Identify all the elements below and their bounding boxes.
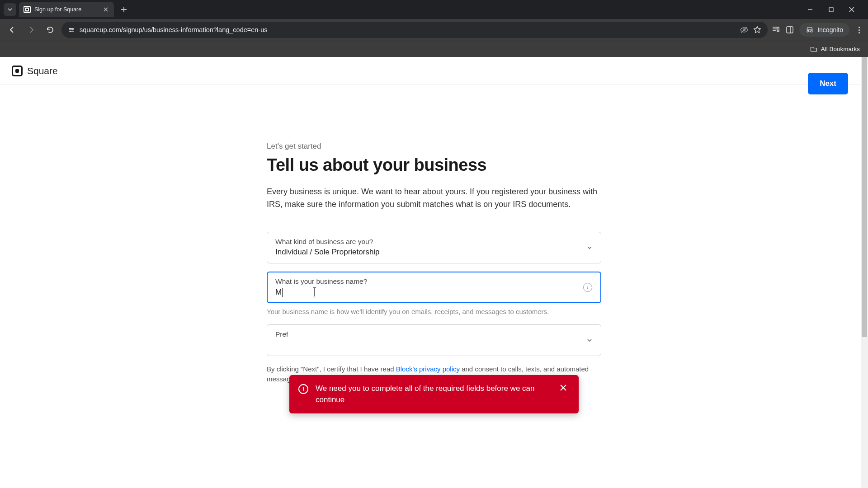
back-button[interactable] [5,22,20,38]
error-close-button[interactable] [557,383,570,392]
form-area: Let's get started Tell us about your bus… [267,85,601,385]
text-cursor [282,288,283,297]
business-type-label: What kind of business are you? [275,238,593,246]
browser-chrome: Sign up for Square squareup.com/signup/u… [0,0,868,57]
close-icon [849,7,854,12]
error-message: We need you to complete all of the requi… [316,383,550,405]
tab-close-button[interactable] [102,6,109,13]
tab-favicon [24,6,31,13]
close-icon [560,384,567,391]
preferred-language-value [275,340,593,350]
browser-menu-button[interactable] [855,27,863,33]
app-header: Square [0,57,868,85]
chevron-down-icon [586,337,593,343]
tab-strip: Sign up for Square [0,0,868,19]
page-intro: Every business is unique. We want to hea… [267,186,601,211]
svg-point-4 [72,29,74,31]
incognito-icon [806,26,814,34]
error-toast: ! We need you to complete all of the req… [289,375,579,413]
all-bookmarks-button[interactable]: All Bookmarks [810,46,860,53]
new-tab-button[interactable] [118,3,130,16]
business-name-input[interactable]: What is your business name? M i [267,272,601,303]
square-logo-text: Square [27,66,58,76]
reading-list-icon[interactable] [771,25,780,34]
chevron-down-icon [7,7,13,12]
window-controls [804,3,864,16]
eye-off-icon[interactable] [740,25,749,34]
incognito-badge[interactable]: Incognito [799,23,849,37]
info-icon[interactable]: i [583,283,592,292]
minimize-button[interactable] [804,3,816,16]
svg-point-5 [70,31,71,32]
svg-rect-1 [26,9,28,10]
address-bar[interactable]: squareup.com/signup/us/business-informat… [61,22,768,38]
page-eyebrow: Let's get started [267,142,601,151]
page-viewport: Square Next Let's get started Tell us ab… [0,57,868,488]
tab-search-button[interactable] [4,3,16,16]
business-type-value: Individual / Sole Proprietorship [275,248,593,258]
browser-toolbar: squareup.com/signup/us/business-informat… [0,19,868,41]
maximize-button[interactable] [825,3,837,16]
close-icon [104,7,108,12]
tab-title: Sign up for Square [34,6,99,13]
plus-icon [121,6,127,13]
svg-rect-2 [829,8,833,12]
svg-point-3 [70,28,71,29]
forward-button[interactable] [24,22,39,38]
privacy-policy-link[interactable]: Block's privacy policy [396,365,460,373]
error-icon: ! [298,384,308,394]
business-name-label: What is your business name? [275,277,593,286]
business-name-helper: Your business name is how we'll identify… [267,308,601,315]
incognito-label: Incognito [817,26,843,33]
preferred-language-select[interactable]: Pref [267,324,601,356]
reload-icon [46,26,54,34]
url-text: squareup.com/signup/us/business-informat… [80,26,735,33]
toolbar-right: Incognito [771,23,863,37]
business-type-select[interactable]: What kind of business are you? Individua… [267,232,601,263]
maximize-icon [829,7,834,12]
folder-icon [810,46,817,53]
bookmark-star-icon[interactable] [753,26,761,34]
scrollbar[interactable] [861,57,868,488]
browser-tab[interactable]: Sign up for Square [19,2,114,17]
next-button[interactable]: Next [808,73,848,94]
minimize-icon [807,7,813,12]
square-logo[interactable]: Square [12,66,58,76]
svg-rect-7 [787,27,793,33]
square-logo-mark [12,66,23,76]
preferred-language-label: Pref [275,330,593,338]
close-window-button[interactable] [845,3,858,16]
arrow-right-icon [27,26,35,34]
page-title: Tell us about your business [267,155,601,175]
arrow-left-icon [8,26,16,34]
bookmark-bar: All Bookmarks [0,41,868,57]
reload-button[interactable] [42,22,58,38]
all-bookmarks-label: All Bookmarks [821,46,860,52]
business-name-value: M [275,287,593,297]
site-settings-icon [68,26,75,33]
side-panel-icon[interactable] [786,26,794,34]
scrollbar-thumb[interactable] [862,57,867,337]
text-caret-icon [314,288,315,296]
chevron-down-icon [586,244,593,251]
